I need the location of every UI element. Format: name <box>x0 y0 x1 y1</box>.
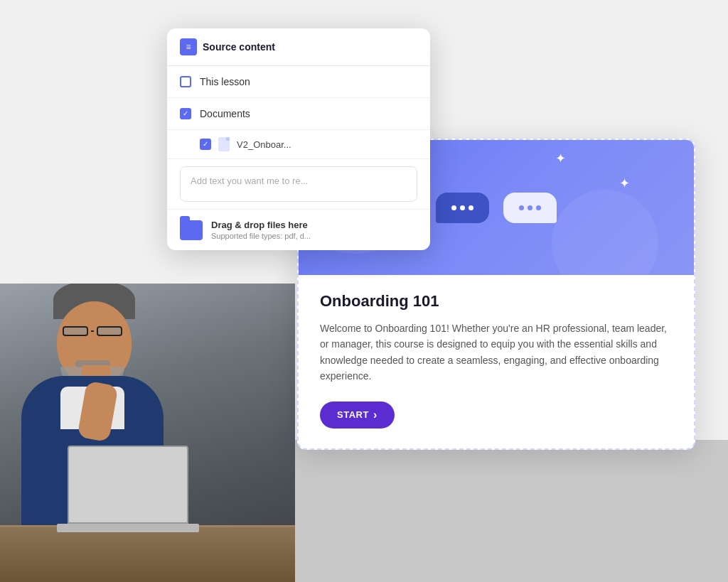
onboarding-description: Welcome to Onboarding 101! Whether you'r… <box>320 320 673 384</box>
hero-bg-circle-2 <box>552 190 658 275</box>
documents-checkbox[interactable] <box>180 108 191 119</box>
source-content-panel: Source content This lesson Documents V2_… <box>167 28 430 250</box>
source-icon <box>180 38 197 55</box>
sparkle-icon-2: ✦ <box>619 176 630 191</box>
v2-onboard-label: V2_Onboar... <box>237 139 291 150</box>
v2-onboard-item[interactable]: V2_Onboar... <box>167 130 430 159</box>
chat-bubbles-container <box>436 193 557 223</box>
source-panel-header: Source content <box>167 28 430 66</box>
chat-dot-6 <box>536 205 541 210</box>
folder-icon <box>180 220 203 240</box>
drag-drop-area[interactable]: Drag & drop files here Supported file ty… <box>167 209 430 250</box>
drag-drop-title: Drag & drop files here <box>211 220 311 230</box>
text-input-area[interactable]: Add text you want me to re... <box>180 166 417 202</box>
this-lesson-label: This lesson <box>200 76 250 87</box>
gray-background <box>287 440 728 582</box>
onboarding-body: Onboarding 101 Welcome to Onboarding 101… <box>299 275 694 448</box>
chat-dot-2 <box>460 205 465 210</box>
glass-right <box>97 326 122 336</box>
text-input-placeholder: Add text you want me to re... <box>191 176 308 186</box>
laptop-base <box>57 524 199 532</box>
chat-dot-1 <box>451 205 456 210</box>
chat-dot-5 <box>528 205 532 210</box>
glass-left <box>63 326 88 336</box>
drag-drop-text-container: Drag & drop files here Supported file ty… <box>211 220 311 240</box>
person-photo <box>0 284 295 582</box>
documents-label: Documents <box>200 108 250 119</box>
drag-drop-subtitle: Supported file types: pdf, d... <box>211 232 311 240</box>
laptop-screen <box>68 446 188 524</box>
chat-dot-3 <box>469 205 473 210</box>
v2-onboard-checkbox[interactable] <box>200 139 211 150</box>
desk <box>0 525 295 582</box>
chat-bubble-right <box>503 193 557 223</box>
this-lesson-item[interactable]: This lesson <box>167 66 430 98</box>
documents-item[interactable]: Documents <box>167 98 430 130</box>
start-button[interactable]: START <box>320 402 395 429</box>
this-lesson-checkbox[interactable] <box>180 76 191 87</box>
source-panel-title: Source content <box>203 41 275 53</box>
file-icon <box>218 137 230 151</box>
glass-bridge <box>91 330 94 332</box>
onboarding-title: Onboarding 101 <box>320 292 673 311</box>
man-glasses <box>63 326 123 338</box>
chat-dot-4 <box>519 205 524 210</box>
chat-bubble-left <box>436 193 489 223</box>
sparkle-icon-4: ✦ <box>555 151 566 166</box>
